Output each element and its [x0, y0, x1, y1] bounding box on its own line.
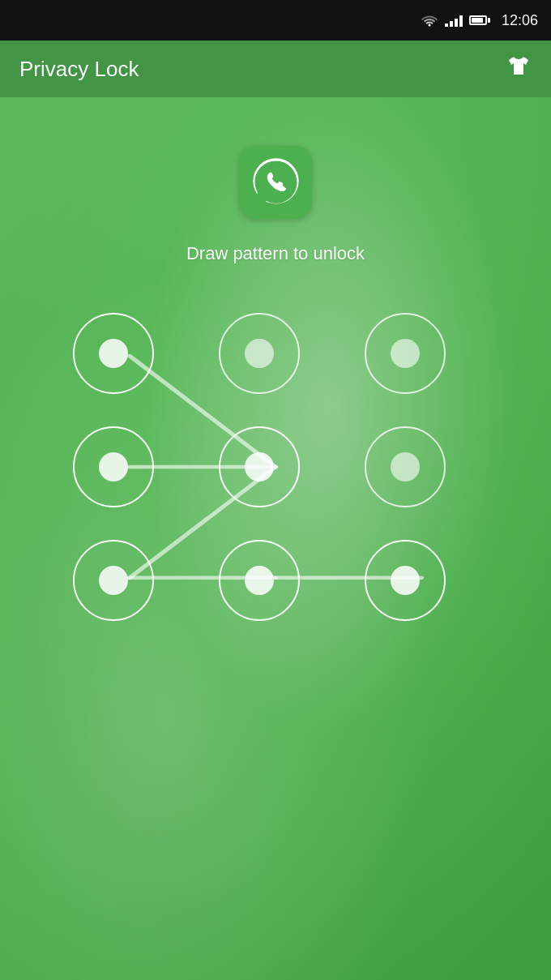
pattern-dot-9[interactable] [365, 540, 446, 621]
pattern-grid[interactable] [73, 313, 478, 621]
app-title: Privacy Lock [19, 57, 139, 82]
pattern-dot-6[interactable] [365, 426, 446, 507]
pattern-dot-7[interactable] [73, 540, 154, 621]
pattern-dot-inner-1 [99, 339, 128, 368]
pattern-dot-inner-6 [391, 452, 420, 481]
unlock-instruction: Draw pattern to unlock [186, 243, 365, 264]
status-bar: 12:06 [0, 0, 551, 41]
pattern-dot-inner-8 [245, 566, 274, 595]
pattern-dot-inner-4 [99, 452, 128, 481]
pattern-dot-5[interactable] [219, 426, 300, 507]
pattern-dot-inner-7 [99, 566, 128, 595]
whatsapp-app-icon [250, 156, 302, 209]
pattern-dot-4[interactable] [73, 426, 154, 507]
battery-icon [469, 15, 490, 25]
pattern-dot-inner-3 [391, 339, 420, 368]
wifi-icon [421, 14, 438, 27]
pattern-dot-inner-9 [391, 566, 420, 595]
pattern-dot-3[interactable] [365, 313, 446, 394]
pattern-dot-inner-2 [245, 339, 274, 368]
whatsapp-icon-container [239, 146, 312, 219]
main-content: Draw pattern to unlock [0, 97, 551, 980]
pattern-dot-inner-5 [245, 452, 274, 481]
theme-icon[interactable] [506, 53, 532, 85]
pattern-dot-2[interactable] [219, 313, 300, 394]
tshirt-icon [506, 53, 532, 79]
signal-icon [445, 14, 463, 27]
app-bar: Privacy Lock [0, 41, 551, 97]
status-time: 12:06 [502, 12, 538, 29]
pattern-dot-8[interactable] [219, 540, 300, 621]
pattern-dot-1[interactable] [73, 313, 154, 394]
